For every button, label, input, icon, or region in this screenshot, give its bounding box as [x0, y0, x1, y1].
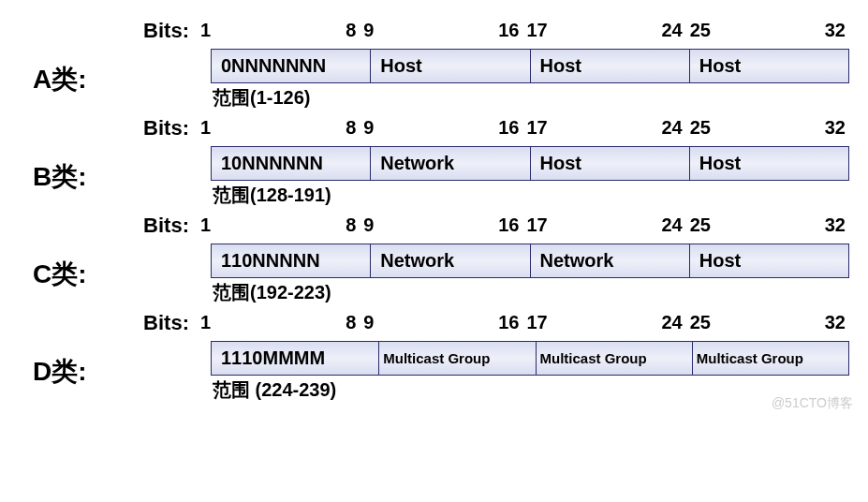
class-d-range: 范围 (224-239)	[213, 377, 849, 403]
bits-label: Bits:	[19, 311, 197, 335]
bit-header: 18 916 1724 2532	[197, 20, 849, 41]
class-c-label: C类:	[19, 257, 211, 292]
octet-cell: Network	[371, 244, 530, 277]
octet-cell: 0NNNNNNN	[212, 50, 371, 82]
octet-cell: Multicast Group	[537, 342, 693, 375]
class-d-octets: 1110MMMM Multicast Group Multicast Group…	[211, 341, 849, 376]
octet-cell: Host	[690, 50, 848, 82]
bits-label: Bits:	[19, 214, 197, 238]
class-a-label: A类:	[19, 62, 211, 97]
octet-cell: 1110MMMM	[212, 342, 379, 375]
octet-cell: Multicast Group	[379, 342, 536, 375]
bit-header: 18 916 1724 2532	[197, 117, 849, 139]
bit-end: 24	[662, 20, 683, 41]
class-c-range: 范围(192-223)	[213, 280, 849, 305]
bit-header: 18 916 1724 2532	[197, 214, 849, 236]
watermark: @51CTO博客	[772, 395, 853, 412]
octet-cell: Host	[690, 244, 848, 277]
bit-header: 18 916 1724 2532	[197, 312, 849, 333]
bit-end: 32	[825, 20, 846, 41]
octet-cell: 110NNNNN	[212, 244, 371, 277]
class-b-octets: 10NNNNNN Network Host Host	[211, 146, 849, 181]
bits-label: Bits:	[19, 19, 197, 43]
class-c-octets: 110NNNNN Network Network Host	[211, 244, 849, 278]
class-a-range: 范围(1-126)	[213, 85, 849, 111]
bit-start: 25	[690, 20, 711, 41]
bits-label: Bits:	[19, 116, 197, 140]
bit-start: 1	[200, 20, 211, 41]
octet-cell: Host	[531, 50, 690, 82]
class-d-label: D类:	[19, 354, 211, 390]
octet-cell: Network	[371, 147, 530, 180]
octet-cell: Network	[531, 244, 690, 277]
octet-cell: Host	[371, 50, 530, 82]
octet-cell: 10NNNNNN	[212, 147, 371, 180]
class-a-octets: 0NNNNNNN Host Host Host	[211, 49, 849, 83]
bit-start: 17	[527, 20, 548, 41]
class-b-label: B类:	[19, 159, 211, 195]
bit-end: 16	[498, 20, 519, 41]
octet-cell: Multicast Group	[693, 342, 848, 375]
bit-start: 9	[363, 20, 374, 41]
bit-end: 8	[346, 20, 356, 41]
class-b-range: 范围(128-191)	[213, 183, 849, 208]
octet-cell: Host	[531, 147, 690, 180]
octet-cell: Host	[690, 147, 848, 180]
